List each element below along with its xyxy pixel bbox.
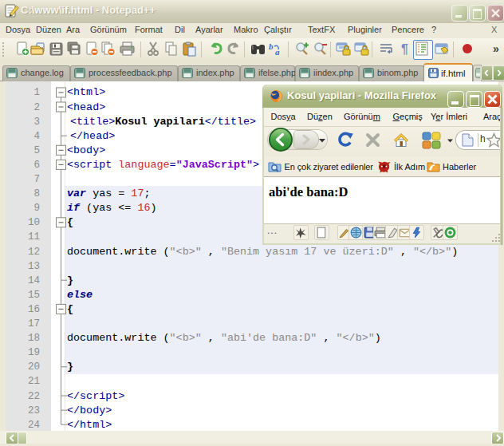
svg-text:a: a bbox=[275, 47, 280, 57]
svg-text:¶: ¶ bbox=[401, 42, 408, 56]
svg-text:b: b bbox=[269, 41, 274, 51]
